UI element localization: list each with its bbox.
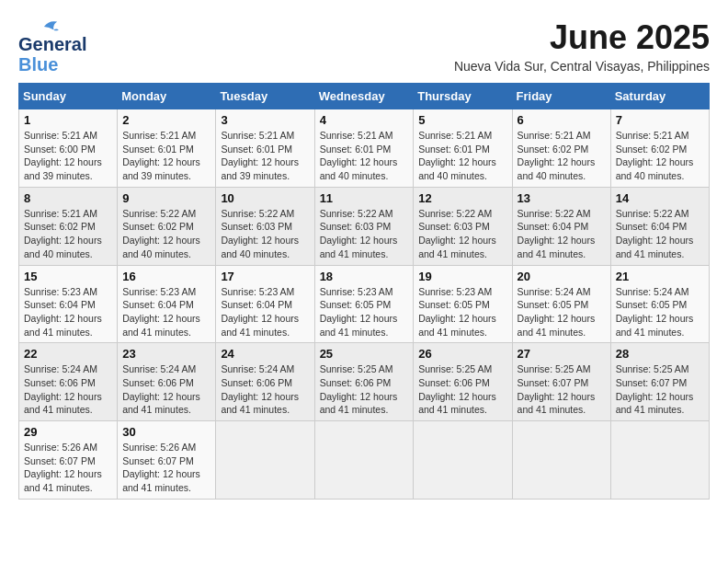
logo: General Blue (18, 18, 59, 74)
calendar-day-cell: 2 Sunrise: 5:21 AM Sunset: 6:01 PM Dayli… (118, 109, 216, 188)
day-number: 4 (320, 113, 409, 127)
day-info: Sunrise: 5:23 AM Sunset: 6:05 PM Dayligh… (418, 285, 506, 339)
calendar-day-cell: 21 Sunrise: 5:24 AM Sunset: 6:05 PM Dayl… (610, 265, 709, 343)
day-info: Sunrise: 5:24 AM Sunset: 6:05 PM Dayligh… (616, 285, 704, 339)
day-info: Sunrise: 5:21 AM Sunset: 6:02 PM Dayligh… (518, 129, 606, 183)
day-info: Sunrise: 5:22 AM Sunset: 6:02 PM Dayligh… (122, 207, 210, 261)
day-number: 16 (122, 270, 210, 283)
day-info: Sunrise: 5:21 AM Sunset: 6:02 PM Dayligh… (616, 129, 704, 183)
page-header: General Blue June 2025 Nueva Vida Sur, C… (18, 18, 710, 74)
day-number: 20 (518, 270, 606, 283)
day-number: 21 (616, 270, 704, 283)
calendar-day-cell: 9 Sunrise: 5:22 AM Sunset: 6:02 PM Dayli… (118, 187, 216, 265)
calendar-day-cell: 12 Sunrise: 5:22 AM Sunset: 6:03 PM Dayl… (414, 187, 512, 265)
day-number: 26 (418, 347, 506, 361)
calendar-day-cell: 11 Sunrise: 5:22 AM Sunset: 6:03 PM Dayl… (314, 187, 414, 265)
day-info: Sunrise: 5:23 AM Sunset: 6:04 PM Dayligh… (24, 285, 112, 339)
day-number: 1 (24, 113, 112, 127)
day-number: 10 (221, 191, 309, 205)
day-number: 14 (616, 191, 704, 205)
day-number: 23 (122, 347, 210, 361)
calendar-day-cell: 29 Sunrise: 5:26 AM Sunset: 6:07 PM Dayl… (19, 421, 118, 500)
day-number: 11 (320, 191, 409, 205)
day-number: 8 (24, 191, 112, 205)
title-area: June 2025 Nueva Vida Sur, Central Visaya… (454, 18, 710, 74)
day-info: Sunrise: 5:22 AM Sunset: 6:03 PM Dayligh… (320, 207, 409, 261)
day-info: Sunrise: 5:21 AM Sunset: 6:01 PM Dayligh… (122, 129, 210, 183)
calendar-day-cell: 8 Sunrise: 5:21 AM Sunset: 6:02 PM Dayli… (19, 187, 118, 265)
day-info: Sunrise: 5:22 AM Sunset: 6:03 PM Dayligh… (418, 207, 506, 261)
day-info: Sunrise: 5:22 AM Sunset: 6:04 PM Dayligh… (518, 207, 606, 261)
calendar-day-cell: 10 Sunrise: 5:22 AM Sunset: 6:03 PM Dayl… (216, 187, 314, 265)
day-of-week-header: Sunday (19, 84, 118, 109)
calendar-week-row: 8 Sunrise: 5:21 AM Sunset: 6:02 PM Dayli… (19, 187, 710, 265)
calendar-day-cell: 4 Sunrise: 5:21 AM Sunset: 6:01 PM Dayli… (314, 109, 414, 188)
day-info: Sunrise: 5:25 AM Sunset: 6:07 PM Dayligh… (616, 362, 704, 417)
calendar-day-cell: 5 Sunrise: 5:21 AM Sunset: 6:01 PM Dayli… (414, 109, 512, 188)
day-of-week-header: Tuesday (216, 84, 314, 109)
month-title: June 2025 (454, 18, 710, 57)
calendar-body: 1 Sunrise: 5:21 AM Sunset: 6:00 PM Dayli… (19, 109, 710, 500)
calendar-day-cell (216, 421, 314, 500)
calendar-day-cell: 20 Sunrise: 5:24 AM Sunset: 6:05 PM Dayl… (512, 265, 610, 343)
calendar-table: SundayMondayTuesdayWednesdayThursdayFrid… (18, 83, 710, 500)
day-number: 3 (221, 113, 309, 127)
day-info: Sunrise: 5:22 AM Sunset: 6:03 PM Dayligh… (221, 207, 309, 261)
calendar-week-row: 29 Sunrise: 5:26 AM Sunset: 6:07 PM Dayl… (19, 421, 710, 500)
calendar-day-cell: 16 Sunrise: 5:23 AM Sunset: 6:04 PM Dayl… (118, 265, 216, 343)
calendar-day-cell: 23 Sunrise: 5:24 AM Sunset: 6:06 PM Dayl… (118, 343, 216, 421)
calendar-day-cell: 6 Sunrise: 5:21 AM Sunset: 6:02 PM Dayli… (512, 109, 610, 188)
day-info: Sunrise: 5:24 AM Sunset: 6:06 PM Dayligh… (122, 362, 210, 417)
day-of-week-header: Monday (118, 84, 216, 109)
day-of-week-header: Friday (512, 84, 610, 109)
day-number: 5 (418, 113, 506, 127)
calendar-day-cell: 13 Sunrise: 5:22 AM Sunset: 6:04 PM Dayl… (512, 187, 610, 265)
calendar-week-row: 1 Sunrise: 5:21 AM Sunset: 6:00 PM Dayli… (19, 109, 710, 188)
calendar-day-cell: 30 Sunrise: 5:26 AM Sunset: 6:07 PM Dayl… (118, 421, 216, 500)
day-number: 18 (320, 270, 409, 283)
day-number: 24 (221, 347, 309, 361)
day-of-week-header: Saturday (610, 84, 709, 109)
calendar-day-cell: 7 Sunrise: 5:21 AM Sunset: 6:02 PM Dayli… (610, 109, 709, 188)
day-number: 17 (221, 270, 309, 283)
day-number: 19 (418, 270, 506, 283)
calendar-week-row: 15 Sunrise: 5:23 AM Sunset: 6:04 PM Dayl… (19, 265, 710, 343)
logo-blue: Blue (18, 55, 58, 74)
calendar-day-cell: 25 Sunrise: 5:25 AM Sunset: 6:06 PM Dayl… (314, 343, 414, 421)
day-info: Sunrise: 5:24 AM Sunset: 6:06 PM Dayligh… (221, 362, 309, 417)
day-number: 9 (122, 191, 210, 205)
day-number: 13 (518, 191, 606, 205)
calendar-day-cell (610, 421, 709, 500)
day-of-week-header: Thursday (414, 84, 512, 109)
day-number: 25 (320, 347, 409, 361)
day-info: Sunrise: 5:25 AM Sunset: 6:07 PM Dayligh… (518, 362, 606, 417)
day-number: 27 (518, 347, 606, 361)
day-info: Sunrise: 5:23 AM Sunset: 6:04 PM Dayligh… (122, 285, 210, 339)
day-info: Sunrise: 5:21 AM Sunset: 6:01 PM Dayligh… (320, 129, 409, 183)
day-info: Sunrise: 5:23 AM Sunset: 6:04 PM Dayligh… (221, 285, 309, 339)
calendar-day-cell: 28 Sunrise: 5:25 AM Sunset: 6:07 PM Dayl… (610, 343, 709, 421)
calendar-day-cell: 14 Sunrise: 5:22 AM Sunset: 6:04 PM Dayl… (610, 187, 709, 265)
calendar-day-cell (512, 421, 610, 500)
day-info: Sunrise: 5:22 AM Sunset: 6:04 PM Dayligh… (616, 207, 704, 261)
day-info: Sunrise: 5:21 AM Sunset: 6:00 PM Dayligh… (24, 129, 112, 183)
day-info: Sunrise: 5:26 AM Sunset: 6:07 PM Dayligh… (24, 441, 112, 495)
day-info: Sunrise: 5:24 AM Sunset: 6:05 PM Dayligh… (518, 285, 606, 339)
day-info: Sunrise: 5:21 AM Sunset: 6:01 PM Dayligh… (221, 129, 309, 183)
day-number: 29 (24, 425, 112, 439)
day-number: 12 (418, 191, 506, 205)
day-info: Sunrise: 5:26 AM Sunset: 6:07 PM Dayligh… (122, 441, 210, 495)
day-number: 28 (616, 347, 704, 361)
calendar-day-cell: 22 Sunrise: 5:24 AM Sunset: 6:06 PM Dayl… (19, 343, 118, 421)
calendar-week-row: 22 Sunrise: 5:24 AM Sunset: 6:06 PM Dayl… (19, 343, 710, 421)
day-info: Sunrise: 5:21 AM Sunset: 6:02 PM Dayligh… (24, 207, 112, 261)
day-number: 6 (518, 113, 606, 127)
calendar-day-cell: 18 Sunrise: 5:23 AM Sunset: 6:05 PM Dayl… (314, 265, 414, 343)
day-number: 2 (122, 113, 210, 127)
calendar-day-cell: 27 Sunrise: 5:25 AM Sunset: 6:07 PM Dayl… (512, 343, 610, 421)
calendar-day-cell (414, 421, 512, 500)
calendar-day-cell (314, 421, 414, 500)
calendar-day-cell: 15 Sunrise: 5:23 AM Sunset: 6:04 PM Dayl… (19, 265, 118, 343)
day-info: Sunrise: 5:23 AM Sunset: 6:05 PM Dayligh… (320, 285, 409, 339)
calendar-day-cell: 24 Sunrise: 5:24 AM Sunset: 6:06 PM Dayl… (216, 343, 314, 421)
